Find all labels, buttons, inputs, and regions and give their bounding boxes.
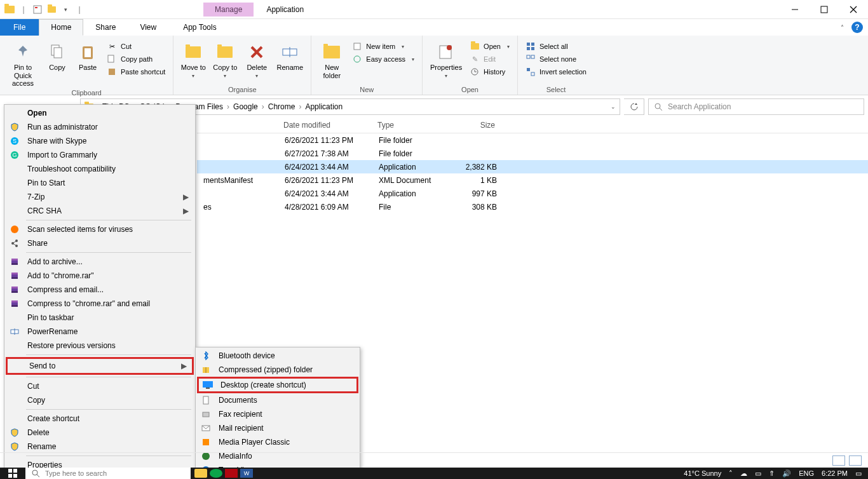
- weather-widget[interactable]: 41°C Sunny: [684, 469, 721, 477]
- ctx-item[interactable]: SShare with Skype: [6, 134, 194, 148]
- pin-quick-access-button[interactable]: Pin to Quick access: [5, 38, 41, 88]
- ctx-item[interactable]: Restore previous versions: [6, 339, 194, 353]
- tray-lang[interactable]: ENG: [799, 469, 814, 477]
- ctx-item[interactable]: CRC SHA▶: [6, 204, 194, 218]
- col-type[interactable]: Type: [372, 118, 447, 133]
- svg-rect-16: [354, 43, 360, 50]
- refresh-button[interactable]: [624, 98, 644, 115]
- ctx-item[interactable]: Compress and email...: [6, 283, 194, 297]
- maximize-button[interactable]: [810, 0, 839, 19]
- tab-view[interactable]: View: [128, 19, 168, 36]
- tray-notifications-icon[interactable]: ▭: [855, 469, 862, 478]
- ctx-item[interactable]: GImport to Grammarly: [6, 148, 194, 162]
- ctx-item[interactable]: Delete: [6, 426, 194, 440]
- move-to-button[interactable]: Move to▾: [179, 38, 208, 79]
- tray-onedrive-icon[interactable]: ☁: [740, 469, 747, 478]
- tab-share[interactable]: Share: [83, 19, 128, 36]
- ctx-sendto-item[interactable]: Bluetooth device: [197, 349, 358, 363]
- ctx-item[interactable]: Scan selected items for viruses: [6, 222, 194, 236]
- properties-button[interactable]: Properties▾: [428, 38, 465, 79]
- tab-home[interactable]: Home: [39, 19, 83, 36]
- ctx-item[interactable]: Copy: [6, 393, 194, 407]
- tab-apptools[interactable]: App Tools: [171, 19, 228, 36]
- view-large-icon[interactable]: [849, 455, 862, 466]
- col-size[interactable]: Size: [447, 118, 501, 133]
- addr-dropdown-icon[interactable]: ⌄: [611, 104, 616, 110]
- copy-path-button[interactable]: Copy path: [104, 53, 168, 65]
- file-row[interactable]: es4/28/2021 6:09 AMFile308 KB: [197, 200, 868, 213]
- paste-shortcut-button[interactable]: Paste shortcut: [104, 66, 168, 78]
- start-button[interactable]: [0, 469, 25, 478]
- properties-icon[interactable]: [32, 4, 43, 15]
- ctx-item[interactable]: Open: [6, 106, 194, 120]
- history-button[interactable]: History: [467, 66, 512, 78]
- easyaccess-icon: [352, 54, 362, 64]
- open-button[interactable]: Open▾: [467, 41, 512, 52]
- ctx-sendto-item[interactable]: Desktop (create shortcut): [197, 377, 358, 393]
- ctx-sendto-item[interactable]: Media Player Classic: [197, 435, 358, 449]
- ctx-item[interactable]: Compress to "chrome.rar" and email: [6, 297, 194, 311]
- ctx-sendto-item[interactable]: Compressed (zipped) folder: [197, 363, 358, 377]
- rename-button[interactable]: Rename: [274, 38, 306, 72]
- column-headers[interactable]: Date modified Type Size: [197, 118, 868, 133]
- help-icon[interactable]: ?: [851, 22, 863, 33]
- delete-button[interactable]: Delete▾: [242, 38, 271, 79]
- ctx-sendto-item[interactable]: Documents: [197, 393, 358, 407]
- taskbar-spotify-icon[interactable]: [210, 469, 222, 478]
- qat-dropdown-icon[interactable]: ▾: [60, 4, 71, 15]
- file-row[interactable]: 6/27/2021 7:38 AMFile folder: [197, 147, 868, 160]
- invert-selection-button[interactable]: Invert selection: [523, 66, 589, 78]
- copy-to-button[interactable]: Copy to▾: [210, 38, 240, 79]
- search-input[interactable]: Search Application: [648, 98, 864, 115]
- tray-wifi-icon[interactable]: ⇑: [769, 469, 775, 478]
- tray-clock[interactable]: 6:22 PM: [822, 469, 848, 477]
- tray-volume-icon[interactable]: 🔊: [782, 469, 791, 478]
- breadcrumb-item[interactable]: Google: [232, 102, 259, 111]
- minimize-button[interactable]: [780, 0, 810, 19]
- file-row[interactable]: 6/26/2021 11:23 PMFile folder: [197, 133, 868, 147]
- new-item-button[interactable]: New item▾: [349, 41, 417, 52]
- blank-icon: [8, 178, 21, 188]
- ctx-item[interactable]: 7-Zip▶: [6, 190, 194, 204]
- ctx-item[interactable]: Add to "chrome.rar": [6, 269, 194, 283]
- breadcrumb-item[interactable]: Application: [304, 102, 344, 111]
- ctx-item[interactable]: Run as administrator: [6, 120, 194, 134]
- taskbar-netflix-icon[interactable]: [225, 469, 238, 478]
- copy-button[interactable]: Copy: [43, 38, 71, 72]
- taskbar-search[interactable]: Type here to search: [25, 468, 191, 479]
- ctx-item[interactable]: Rename: [6, 440, 194, 454]
- select-all-button[interactable]: Select all: [523, 41, 589, 52]
- cut-button[interactable]: ✂Cut: [104, 41, 168, 52]
- close-button[interactable]: [839, 0, 868, 19]
- new-folder-button[interactable]: New folder: [316, 38, 347, 79]
- tray-battery-icon[interactable]: ▭: [755, 469, 761, 478]
- ribbon-collapse-icon[interactable]: ˄: [841, 24, 844, 31]
- ctx-item[interactable]: Create shortcut: [6, 412, 194, 426]
- ctx-item[interactable]: Add to archive...: [6, 255, 194, 269]
- ctx-item[interactable]: Pin to taskbar: [6, 311, 194, 325]
- file-row[interactable]: 6/24/2021 3:44 AMApplication2,382 KB: [197, 160, 868, 173]
- ctx-item[interactable]: Troubleshoot compatibility: [6, 162, 194, 176]
- ctx-item[interactable]: Cut: [6, 379, 194, 393]
- ctx-sendto-item[interactable]: Fax recipient: [197, 407, 358, 421]
- file-row[interactable]: 6/24/2021 3:44 AMApplication997 KB: [197, 187, 868, 200]
- col-date[interactable]: Date modified: [278, 118, 372, 133]
- folder-small-icon[interactable]: [46, 4, 57, 15]
- ctx-sendto-item[interactable]: Mail recipient: [197, 421, 358, 435]
- ctx-item[interactable]: PowerRename: [6, 325, 194, 339]
- ctx-item[interactable]: Pin to Start: [6, 176, 194, 190]
- easy-access-button[interactable]: Easy access▾: [349, 53, 417, 65]
- paste-button[interactable]: Paste: [74, 38, 102, 72]
- ctx-item[interactable]: Share: [6, 236, 194, 250]
- group-new: New folder New item▾ Easy access▾ New: [311, 36, 423, 95]
- file-row[interactable]: mentsManifest6/26/2021 11:23 PMXML Docum…: [197, 173, 868, 187]
- taskbar-app-icon[interactable]: [194, 469, 207, 478]
- select-none-button[interactable]: Select none: [523, 53, 589, 65]
- view-details-icon[interactable]: [832, 455, 845, 466]
- tray-chevron-icon[interactable]: ˄: [729, 469, 733, 478]
- taskbar-word-icon[interactable]: W: [240, 469, 253, 478]
- ctx-item[interactable]: Send to▶: [6, 357, 194, 375]
- contextual-tab-manage[interactable]: Manage: [203, 3, 254, 17]
- tab-file[interactable]: File: [0, 19, 39, 36]
- breadcrumb-item[interactable]: Chrome: [267, 102, 297, 111]
